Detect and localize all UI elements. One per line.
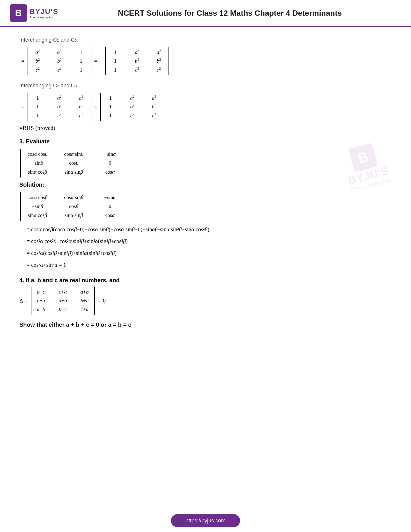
matrix-eq-2: = 1 a2 a3 1 b2 b3 1 c2 c3 = 1 a	[19, 93, 392, 121]
rhs-proved: =RHS (proved)	[19, 125, 392, 131]
equals-sign-4: =	[94, 104, 98, 110]
problem4-heading: 4. If a, b and c are real numbers, and	[19, 277, 392, 284]
tagline: The Learning App	[29, 16, 58, 19]
problem3-heading: 3. Evaluate	[19, 138, 392, 145]
matrix-left-2: 1 a2 a3 1 b2 b3 1 c2 c3	[28, 93, 91, 121]
expansion-line4: = cos²α+sin²α = 1	[27, 260, 392, 270]
equals-sign-3: =	[21, 104, 25, 110]
matrix-right-1: 1 a3 a2 1 b3 b2 1 c3 c2	[105, 47, 169, 75]
page-header: B BYJU'S The Learning App NCERT Solution…	[0, 0, 411, 27]
logo-letter: B	[15, 8, 21, 18]
footer-url: https://byjus.com	[171, 514, 240, 527]
expansion-line2: = cos²α cos²β+cos²α sin²β+sin²α(sin²β+co…	[27, 237, 392, 246]
logo-text-area: BYJU'S The Learning App	[29, 7, 58, 19]
problem3-matrix: cosα cosβ cosα sinβ −sinα −sinβ cosβ 0 s…	[19, 149, 392, 178]
logo-box: B	[10, 4, 27, 22]
delta-matrix: b+c c+a a+b c+a a+b b+c a+b b+c c+a	[31, 286, 95, 315]
interchange-c1-c3-heading: Interchanging C₁ and C₃	[19, 37, 392, 43]
footer: https://byjus.com	[0, 509, 411, 532]
brand-name: BYJU'S	[29, 7, 58, 16]
matrix-left-1: a2 a3 1 b2 b3 1 c2 c3 1	[28, 47, 91, 75]
logo-area: B BYJU'S The Learning App	[10, 4, 58, 22]
show-that-heading: Show that either a + b + c = 0 or a = b …	[19, 321, 392, 328]
delta-equation: Δ = b+c c+a a+b c+a a+b b+c a+b b+c c+a …	[19, 286, 392, 315]
interchange-c2-c3-heading: Interchanging C₂ and C₃	[19, 83, 392, 89]
expansion-line3: = cos²α(cos²β+sin²β)+sin²α(sin²β+cos²β)	[27, 248, 392, 258]
equals-sign-2: = −	[94, 58, 102, 64]
cos-sin-matrix-1: cosα cosβ cosα sinβ −sinα −sinβ cosβ 0 s…	[20, 149, 127, 178]
solution-matrix: cosα cosβ cosα sinβ −sinα −sinβ cosβ 0 s…	[19, 192, 392, 221]
cos-sin-matrix-2: cosα cosβ cosα sinβ −sinα −sinβ cosβ 0 s…	[20, 192, 127, 221]
equals-sign-1: =	[21, 58, 25, 64]
main-content: Interchanging C₁ and C₃ = a2 a3 1 b2 b3 …	[0, 27, 411, 341]
matrix-right-2: 1 a2 a3 1 b2 b3 1 c2 c3	[100, 93, 164, 121]
page-title: NCERT Solutions for Class 12 Maths Chapt…	[58, 9, 401, 18]
matrix-eq-1: = a2 a3 1 b2 b3 1 c2 c3 1 = − 1	[19, 47, 392, 75]
expansion-line1: = cosα cosβ(cosα cosβ−0)−cosα sinβ(−cosα…	[27, 225, 392, 234]
solution-label: Solution:	[19, 181, 392, 188]
